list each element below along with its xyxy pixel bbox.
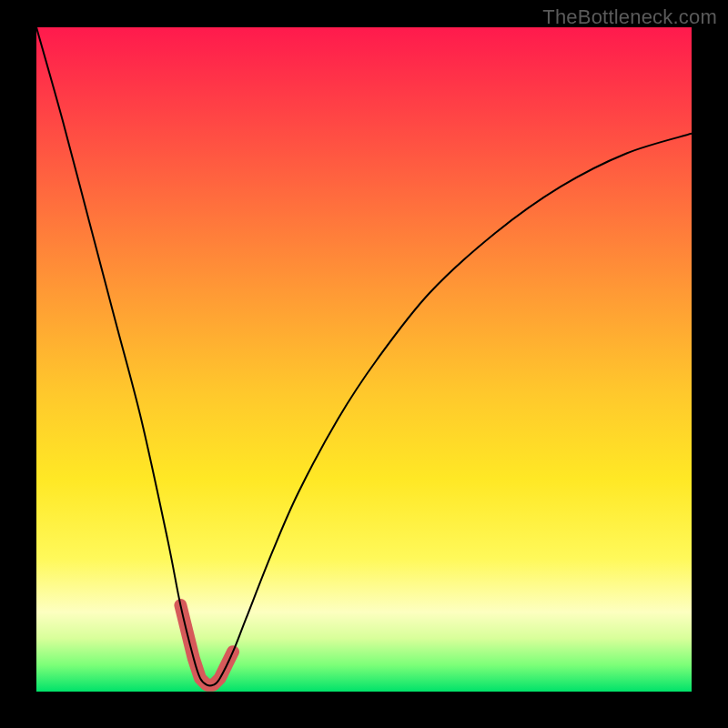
dip-marker xyxy=(180,605,233,685)
watermark-text: TheBottleneck.com xyxy=(542,5,717,29)
plot-area xyxy=(36,27,692,692)
curve-svg xyxy=(36,27,692,692)
chart-frame: TheBottleneck.com xyxy=(0,0,728,728)
bottleneck-curve xyxy=(36,27,692,686)
